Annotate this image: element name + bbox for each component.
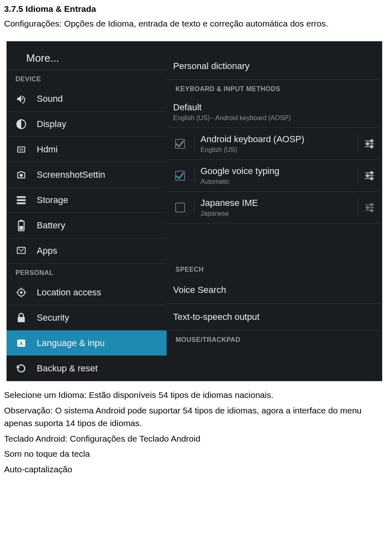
svg-rect-5 (17, 199, 26, 201)
item-android-keyboard[interactable]: Android keyboard (AOSP) English (US) (167, 128, 382, 160)
category-device: DEVICE (7, 70, 167, 86)
settings-left-pane: More... DEVICE Sound Display Hdmi S (7, 41, 167, 381)
lock-icon (15, 311, 28, 324)
personal-dictionary-label: Personal dictionary (173, 61, 374, 71)
sidebar-label-hdmi: Hdmi (37, 144, 58, 155)
sidebar-label-backup: Backup & reset (37, 363, 98, 374)
sidebar-item-language[interactable]: A Language & inpu (7, 330, 167, 356)
svg-rect-25 (371, 145, 372, 148)
sidebar-label-location: Location access (37, 287, 101, 298)
sidebar-item-storage[interactable]: Storage (7, 188, 167, 213)
more-label: More... (26, 52, 59, 64)
doc-p1: Selecione um Idioma: Estão disponíveis 5… (4, 389, 388, 402)
sidebar-label-storage: Storage (37, 195, 68, 205)
svg-rect-24 (367, 143, 368, 145)
svg-rect-23 (371, 140, 372, 142)
tts-label: Text-to-speech output (173, 312, 374, 322)
sliders-icon (364, 139, 375, 148)
gvoice-checkbox[interactable] (173, 169, 195, 183)
svg-rect-8 (20, 220, 23, 221)
voice-search-label: Voice Search (173, 285, 374, 295)
svg-rect-31 (371, 177, 372, 180)
svg-rect-36 (367, 206, 368, 209)
android-settings-screenshot: More... DEVICE Sound Display Hdmi S (7, 41, 382, 381)
sidebar-item-backup[interactable]: Backup & reset (7, 356, 167, 381)
aosp-sub: English (US) (200, 146, 353, 154)
default-sub: English (US) - Android keyboard (AOSP) (173, 114, 374, 122)
sliders-icon (364, 171, 375, 180)
doc-heading: 3.7.5 Idioma & Entrada (4, 2, 388, 16)
svg-rect-35 (371, 203, 372, 206)
sidebar-label-battery: Battery (37, 220, 65, 231)
doc-p4: Som no toque da tecla (4, 447, 388, 460)
category-keyboard: KEYBOARD & INPUT METHODS (167, 80, 382, 96)
sidebar-item-display[interactable]: Display (7, 112, 167, 137)
category-personal: PERSONAL (7, 263, 167, 280)
apps-icon (15, 244, 28, 257)
aosp-title: Android keyboard (AOSP) (200, 134, 353, 145)
svg-rect-30 (367, 174, 368, 177)
sidebar-label-display: Display (37, 119, 66, 130)
location-icon (15, 286, 28, 299)
sidebar-item-security[interactable]: Security (7, 305, 167, 330)
doc-p2: Observação: O sistema Android pode supor… (4, 404, 388, 430)
language-icon: A (15, 337, 28, 350)
sidebar-label-apps: Apps (37, 246, 57, 256)
svg-text:A: A (19, 340, 23, 346)
sidebar-label-screenshot: ScreenshotSettin (37, 170, 105, 180)
jime-settings-button[interactable] (358, 199, 374, 217)
sidebar-label-language: Language & inpu (37, 338, 105, 348)
jime-checkbox[interactable] (173, 201, 195, 214)
sidebar-item-sound[interactable]: Sound (7, 86, 167, 112)
backup-icon (15, 362, 28, 375)
svg-rect-6 (17, 202, 26, 204)
more-row[interactable]: More... (7, 41, 167, 70)
settings-right-pane: Personal dictionary KEYBOARD & INPUT MET… (167, 41, 382, 381)
battery-icon (15, 219, 28, 232)
sidebar-item-battery[interactable]: Battery (7, 213, 167, 238)
default-title: Default (173, 102, 374, 113)
svg-rect-29 (371, 172, 372, 174)
svg-point-12 (20, 291, 23, 294)
camera-icon (15, 168, 28, 181)
item-voice-search[interactable]: Voice Search (167, 277, 382, 304)
sidebar-item-hdmi[interactable]: Hdmi (7, 137, 167, 162)
svg-rect-2 (19, 148, 24, 151)
svg-rect-10 (17, 247, 25, 253)
category-speech: SPEECH (167, 260, 382, 277)
item-google-voice-typing[interactable]: Google voice typing Automatic (167, 160, 382, 192)
item-personal-dictionary[interactable]: Personal dictionary (167, 53, 382, 80)
item-japanese-ime[interactable]: Japanese IME Japanese (167, 192, 382, 223)
gvoice-settings-button[interactable] (358, 167, 374, 185)
sidebar-label-security: Security (37, 313, 69, 323)
doc-subheading: Configurações: Opções de Idioma, entrada… (4, 17, 388, 30)
doc-p3: Teclado Android: Configurações de Teclad… (4, 432, 388, 445)
jime-sub: Japanese (200, 210, 353, 217)
sidebar-item-apps[interactable]: Apps (7, 238, 167, 263)
gvoice-title: Google voice typing (200, 166, 353, 176)
svg-rect-17 (18, 317, 24, 322)
sidebar-item-location[interactable]: Location access (7, 280, 167, 305)
storage-icon (15, 194, 28, 207)
sound-icon (15, 92, 28, 105)
svg-point-3 (20, 174, 23, 177)
svg-rect-9 (19, 226, 23, 230)
jime-title: Japanese IME (200, 198, 353, 208)
svg-rect-4 (17, 196, 26, 198)
sidebar-label-sound: Sound (37, 94, 63, 104)
aosp-checkbox[interactable] (173, 137, 195, 151)
svg-rect-37 (371, 209, 372, 212)
item-default-keyboard[interactable]: Default English (US) - Android keyboard … (167, 96, 382, 128)
gvoice-sub: Automatic (200, 178, 353, 185)
aosp-settings-button[interactable] (358, 135, 374, 153)
doc-p5: Auto-captalização (4, 463, 388, 476)
sliders-icon (364, 203, 375, 212)
item-tts[interactable]: Text-to-speech output (167, 304, 382, 330)
sidebar-item-screenshot[interactable]: ScreenshotSettin (7, 162, 167, 188)
hdmi-icon (15, 143, 28, 156)
display-icon (15, 118, 28, 131)
category-mouse: MOUSE/TRACKPAD (167, 330, 382, 347)
